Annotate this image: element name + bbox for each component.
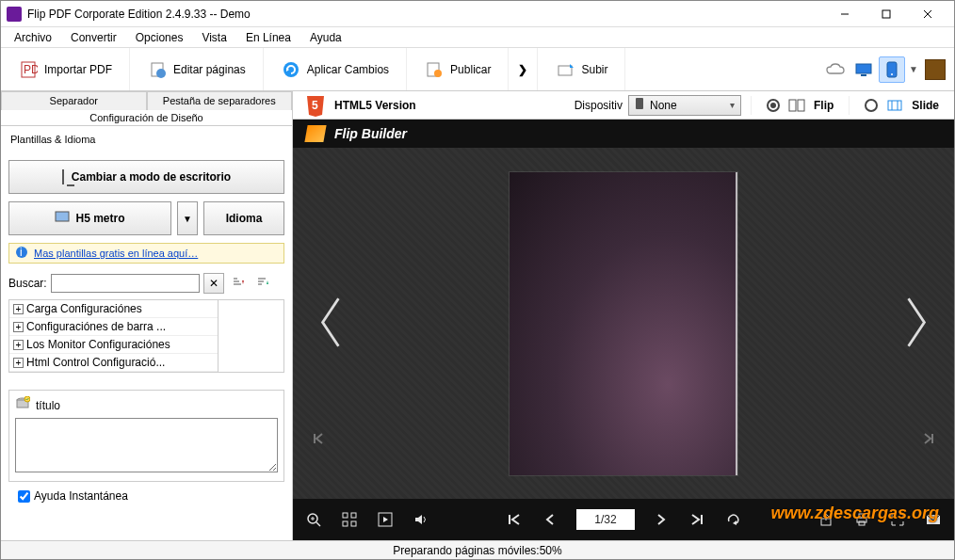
info-icon: i xyxy=(15,246,28,262)
prev-page-icon[interactable] xyxy=(541,510,559,529)
desktop-mode-icon[interactable] xyxy=(850,56,877,83)
menu-opciones[interactable]: Opciones xyxy=(128,29,191,46)
next-page-arrow[interactable] xyxy=(884,277,948,370)
svg-rect-42 xyxy=(343,521,348,526)
tree-row[interactable]: +Carga Configuraciónes xyxy=(9,300,218,318)
menu-vista[interactable]: Vista xyxy=(194,29,234,46)
page-indicator[interactable]: 1/32 xyxy=(576,509,635,530)
zoom-icon[interactable] xyxy=(304,510,323,529)
minimize-button[interactable] xyxy=(824,1,866,27)
svg-point-7 xyxy=(156,69,166,78)
app-icon xyxy=(7,7,22,22)
svg-marker-45 xyxy=(383,517,388,522)
svg-rect-18 xyxy=(56,212,69,221)
svg-text:5: 5 xyxy=(312,99,318,112)
first-page-icon[interactable] xyxy=(505,510,524,529)
tab-pestana[interactable]: Pestaña de separadores xyxy=(147,91,293,110)
publish-more-button[interactable]: ❯ xyxy=(509,48,538,90)
svg-rect-31 xyxy=(888,101,901,110)
maximize-button[interactable] xyxy=(866,1,907,27)
template-dropdown[interactable]: ▼ xyxy=(177,201,198,235)
tree-row[interactable]: +Configuraciónes de barra ... xyxy=(9,318,218,336)
svg-rect-29 xyxy=(789,100,796,111)
menu-enlinea[interactable]: En Línea xyxy=(238,29,299,46)
publish-button[interactable]: Publicar xyxy=(407,48,509,90)
html5-icon: 5 xyxy=(302,94,329,117)
import-pdf-button[interactable]: PDF Importar PDF xyxy=(1,48,130,90)
window-title: Flip PDF Corporate Edition 2.4.9.33 -- D… xyxy=(27,8,824,21)
instant-help-checkbox[interactable]: Ayuda Instantánea xyxy=(1,489,292,503)
svg-line-37 xyxy=(316,522,320,526)
svg-point-17 xyxy=(891,73,893,75)
menu-ayuda[interactable]: Ayuda xyxy=(302,29,349,46)
svg-point-11 xyxy=(434,70,442,77)
svg-rect-30 xyxy=(798,100,804,111)
last-page-icon[interactable] xyxy=(688,510,706,529)
property-title-input[interactable] xyxy=(15,418,278,472)
template-select[interactable]: H5 metro xyxy=(8,201,171,235)
svg-rect-1 xyxy=(882,10,890,18)
last-page-small[interactable] xyxy=(922,432,935,448)
sort-up-icon[interactable] xyxy=(252,273,273,294)
apply-changes-button[interactable]: Aplicar Cambios xyxy=(264,48,407,90)
radio-icon xyxy=(865,99,878,112)
flipbuilder-logo-icon xyxy=(304,125,326,142)
sort-down-icon[interactable] xyxy=(228,273,249,294)
upload-icon xyxy=(555,59,575,80)
page-preview xyxy=(510,172,737,475)
refresh-icon xyxy=(281,59,301,80)
svg-text:PDF: PDF xyxy=(24,63,38,76)
design-config-header: Configuración de Diseño xyxy=(1,110,292,126)
svg-marker-46 xyxy=(415,515,422,524)
search-input[interactable] xyxy=(51,274,200,293)
first-page-small[interactable] xyxy=(312,432,325,448)
svg-rect-15 xyxy=(861,74,866,76)
mode-dropdown[interactable]: ▼ xyxy=(907,64,920,74)
settings-grid-icon[interactable] xyxy=(922,56,948,83)
language-button[interactable]: Idioma xyxy=(203,201,284,235)
pdf-icon: PDF xyxy=(18,59,39,80)
thumbnails-icon[interactable] xyxy=(340,510,359,529)
cloud-icon[interactable] xyxy=(822,56,849,83)
upload-button[interactable]: Subir xyxy=(538,48,625,90)
menu-archivo[interactable]: Archivo xyxy=(7,29,59,46)
edit-pages-button[interactable]: Editar páginas xyxy=(130,48,264,90)
more-templates-link[interactable]: Mas plantillas gratis en línea aquí… xyxy=(34,248,198,259)
gear-page-icon xyxy=(147,59,168,80)
next-page-icon[interactable] xyxy=(652,510,671,529)
svg-rect-41 xyxy=(351,513,356,518)
brand-label: Flip Builder xyxy=(334,126,407,141)
svg-marker-21 xyxy=(242,280,244,284)
flip-mode-option[interactable]: Flip xyxy=(751,96,849,115)
phone-icon xyxy=(635,97,644,113)
publish-icon xyxy=(424,59,445,80)
tree-row[interactable]: +Html Control Configuració... xyxy=(9,354,218,372)
autoplay-icon[interactable] xyxy=(376,510,395,529)
sound-icon[interactable] xyxy=(412,510,430,529)
prev-page-arrow[interactable] xyxy=(299,277,363,370)
device-select[interactable]: None ▾ xyxy=(628,95,741,116)
property-title-label: título xyxy=(36,399,60,412)
close-button[interactable] xyxy=(907,1,948,27)
config-tree[interactable]: +Carga Configuraciónes +Configuraciónes … xyxy=(8,299,284,373)
tab-separador[interactable]: Separador xyxy=(1,91,147,110)
status-bar: Preparando páginas móviles:50% xyxy=(1,540,954,559)
svg-marker-49 xyxy=(733,520,736,525)
html5-version-label: HTML5 Version xyxy=(334,99,416,112)
clear-search-button[interactable]: ✕ xyxy=(203,273,224,294)
svg-point-8 xyxy=(283,62,299,77)
slide-mode-option[interactable]: Slide xyxy=(849,96,954,115)
svg-text:i: i xyxy=(20,246,23,259)
svg-rect-43 xyxy=(351,521,356,526)
switch-desktop-mode-button[interactable]: Cambiar a modo de escritorio xyxy=(8,160,284,194)
svg-marker-13 xyxy=(570,64,574,68)
database-icon xyxy=(15,396,30,414)
slide-icon xyxy=(885,96,904,115)
templates-language-label: Plantillas & Idioma xyxy=(10,134,283,145)
monitor-icon xyxy=(62,170,64,184)
tree-row[interactable]: +Los Monitor Configuraciónes xyxy=(9,336,218,354)
mobile-mode-icon[interactable] xyxy=(879,56,905,83)
redo-icon[interactable] xyxy=(723,510,742,529)
menu-convertir[interactable]: Convertir xyxy=(63,29,124,46)
svg-rect-40 xyxy=(343,513,348,518)
